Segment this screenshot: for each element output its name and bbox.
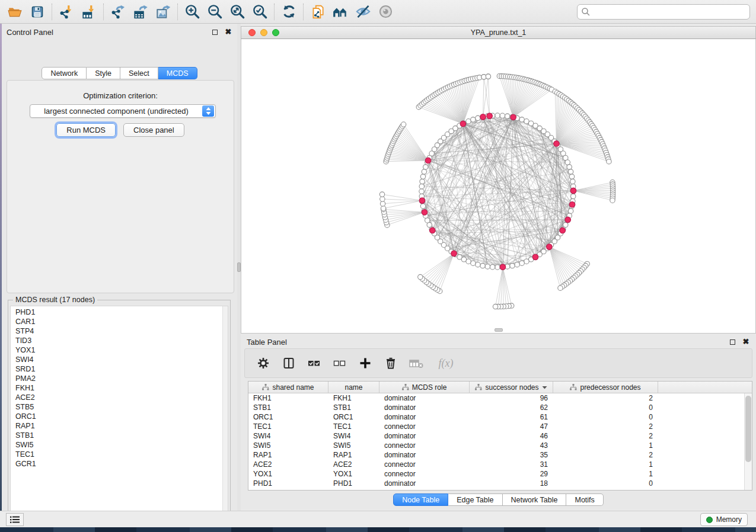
delete-column-icon[interactable] xyxy=(383,355,398,371)
table-row[interactable]: YOX1YOX1connector291 xyxy=(248,469,752,479)
table-cell[interactable]: FKH1 xyxy=(248,393,328,403)
mcds-result-item[interactable]: FKH1 xyxy=(15,383,228,393)
graph-mcds-hub-node[interactable] xyxy=(480,114,486,120)
table-cell[interactable]: 1 xyxy=(553,460,658,469)
column-header-shared-name[interactable]: shared name xyxy=(248,382,328,393)
graph-node[interactable] xyxy=(420,174,425,179)
graph-node[interactable] xyxy=(419,189,424,194)
table-cell[interactable]: 43 xyxy=(470,441,553,450)
table-cell[interactable]: SWI4 xyxy=(328,431,379,441)
table-cell[interactable]: 96 xyxy=(470,393,553,403)
mcds-result-item[interactable]: TID3 xyxy=(15,336,228,345)
table-cell[interactable]: STB1 xyxy=(248,403,328,412)
graph-mcds-hub-node[interactable] xyxy=(422,209,428,215)
graph-mcds-hub-node[interactable] xyxy=(429,227,435,233)
table-cell[interactable]: ORC1 xyxy=(328,412,379,422)
table-cell[interactable]: connector xyxy=(379,422,470,431)
graph-node[interactable] xyxy=(510,263,515,268)
close-panel-button[interactable]: Close panel xyxy=(123,123,184,137)
close-panel-icon[interactable]: ✖ xyxy=(742,338,750,346)
table-cell[interactable]: connector xyxy=(379,441,470,450)
table-cell[interactable]: 2 xyxy=(553,450,658,460)
columns-icon[interactable] xyxy=(281,355,296,371)
add-column-icon[interactable] xyxy=(358,355,373,371)
mcds-result-item[interactable]: SWI4 xyxy=(15,355,228,364)
close-panel-icon[interactable]: ✖ xyxy=(224,28,232,36)
table-cell[interactable]: dominator xyxy=(379,393,470,403)
tab-select[interactable]: Select xyxy=(120,67,158,79)
zoom-in-icon[interactable] xyxy=(181,2,203,22)
table-cell[interactable]: 0 xyxy=(553,412,658,422)
table-cell[interactable]: 0 xyxy=(553,479,658,488)
mcds-result-item[interactable]: PMA2 xyxy=(15,374,228,383)
graph-satellite-node[interactable] xyxy=(380,201,385,206)
graph-node[interactable] xyxy=(490,265,495,270)
mcds-result-item[interactable]: PHD1 xyxy=(15,307,228,317)
graph-mcds-hub-node[interactable] xyxy=(546,244,552,250)
table-cell[interactable]: 62 xyxy=(470,403,553,412)
graph-node[interactable] xyxy=(570,179,575,184)
table-cell[interactable]: SWI5 xyxy=(248,441,328,450)
graph-node[interactable] xyxy=(500,113,505,118)
table-cell[interactable]: 47 xyxy=(470,422,553,431)
graph-mcds-hub-node[interactable] xyxy=(419,198,425,204)
graph-satellite-node[interactable] xyxy=(418,274,423,279)
table-scrollbar-thumb[interactable] xyxy=(745,396,751,462)
table-cell[interactable]: dominator xyxy=(379,479,470,488)
graph-node[interactable] xyxy=(505,114,510,118)
mcds-result-item[interactable]: SRD1 xyxy=(15,364,228,374)
table-cell[interactable]: STB1 xyxy=(328,403,379,412)
document-share-icon[interactable] xyxy=(307,2,329,22)
import-table-icon[interactable] xyxy=(78,2,100,22)
table-cell[interactable]: dominator xyxy=(379,412,470,422)
refresh-icon[interactable] xyxy=(277,2,300,22)
export-table-icon[interactable] xyxy=(129,2,152,22)
graph-node[interactable] xyxy=(519,117,524,122)
table-cell[interactable]: 46 xyxy=(470,431,553,441)
graph-mcds-hub-node[interactable] xyxy=(569,201,575,207)
network-titlebar[interactable]: YPA_prune.txt_1 xyxy=(241,26,756,39)
mcds-result-item[interactable]: ORC1 xyxy=(15,412,228,421)
deselect-all-icon[interactable] xyxy=(332,355,347,371)
table-cell[interactable]: ACE2 xyxy=(248,460,328,469)
graph-node[interactable] xyxy=(568,209,573,213)
graph-mcds-hub-node[interactable] xyxy=(560,227,566,233)
table-cell[interactable]: 2 xyxy=(553,393,658,403)
table-cell[interactable]: dominator xyxy=(379,431,470,441)
mcds-result-item[interactable]: STB5 xyxy=(15,402,228,412)
graph-node[interactable] xyxy=(567,165,572,169)
table-cell[interactable]: TEC1 xyxy=(248,422,328,431)
graph-node[interactable] xyxy=(466,119,471,124)
column-header-name[interactable]: name xyxy=(328,382,379,393)
graph-mcds-hub-node[interactable] xyxy=(487,113,493,119)
table-row[interactable]: TEC1TEC1connector472 xyxy=(248,422,752,431)
search-input[interactable] xyxy=(591,6,746,18)
mcds-result-item[interactable]: TEC1 xyxy=(15,450,228,459)
search-field[interactable] xyxy=(577,4,750,20)
table-cell[interactable]: SWI4 xyxy=(248,431,328,441)
import-network-icon[interactable] xyxy=(55,2,78,22)
table-cell[interactable]: dominator xyxy=(379,450,470,460)
table-tab-node-table[interactable]: Node Table xyxy=(393,493,448,506)
graph-node[interactable] xyxy=(571,194,576,198)
table-cell[interactable]: 31 xyxy=(470,460,553,469)
mcds-result-item[interactable]: STP4 xyxy=(15,326,228,336)
table-cell[interactable]: 1 xyxy=(553,441,658,450)
table-cell[interactable]: PHD1 xyxy=(248,479,328,488)
graph-satellite-node[interactable] xyxy=(381,206,385,211)
graph-mcds-hub-node[interactable] xyxy=(565,217,571,223)
export-image-icon[interactable] xyxy=(152,2,174,22)
network-view[interactable] xyxy=(241,39,756,334)
zoom-out-icon[interactable] xyxy=(203,2,226,22)
network-canvas[interactable] xyxy=(241,39,755,332)
table-tab-motifs[interactable]: Motifs xyxy=(566,493,603,506)
tab-network[interactable]: Network xyxy=(42,67,87,79)
graph-node[interactable] xyxy=(524,259,529,264)
export-network-icon[interactable] xyxy=(107,2,129,22)
graph-satellite-node[interactable] xyxy=(486,74,490,79)
graph-satellite-node[interactable] xyxy=(379,192,384,197)
graph-mcds-hub-node[interactable] xyxy=(570,188,576,194)
graph-node[interactable] xyxy=(519,261,524,265)
table-cell[interactable]: 35 xyxy=(470,450,553,460)
table-cell[interactable]: 1 xyxy=(553,469,658,479)
